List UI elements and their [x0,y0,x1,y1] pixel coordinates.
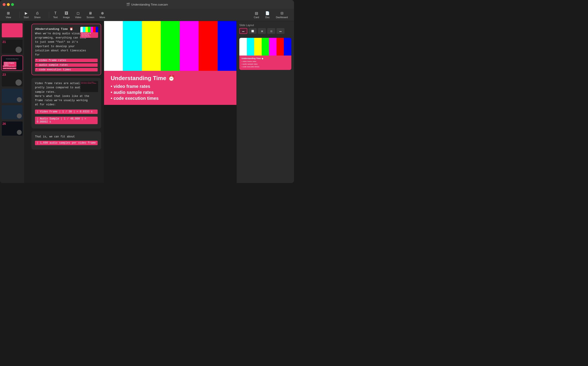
card-label: Card [254,16,259,19]
slide-thumb-inner-21: 21 [2,40,23,54]
view-group: ⊞ View [4,10,13,19]
slide-sidebar: 20 21 #Understanding Time video frame ra… [0,21,24,183]
right-preview-bullets: • video frame rates• audio sample rates•… [241,60,289,68]
color-bars [104,21,236,71]
start-icon: ▶ [25,11,27,15]
close-button[interactable] [3,3,6,6]
right-preview-caption: Understanding Time ⏰ • video frame rates… [239,55,291,70]
screen-button[interactable]: 🖥 Screen [84,10,97,19]
slide-thumb-inner-22: #Understanding Time video frame rates au… [2,56,23,70]
layout-icon-3: ▣ [261,30,263,32]
slide-num-21: 21 [2,40,6,44]
text-icon: T [54,11,56,15]
share-button[interactable]: ⎙ Share [32,10,43,19]
title-icon: 🎬 [126,3,130,6]
script-card-wrapper-1: 1 [27,24,101,75]
slide-thumb-23[interactable]: 23 [1,72,23,87]
dashboard-icon: ⊟ [280,11,283,15]
screen-label: Screen [86,16,94,19]
window-title-area: 🎬 Understanding Time.cuecam [126,3,168,6]
more-button[interactable]: ⊕ More [97,10,107,19]
preview-caption-text-1: Understanding Time ⏰• video frame rates•… [81,33,97,37]
doc-button[interactable]: 📄 Doc [263,10,272,19]
slide-caption-bullets: video frame rates audio sample rates cod… [111,84,230,101]
doc-label: Doc [265,16,270,19]
layout-opt-3[interactable]: ▣ [258,28,266,34]
slide-thumb-inner-24 [2,89,23,103]
layout-icon-5: ▬ [279,30,282,32]
script-card-2[interactable]: Video Frame | 1 / 30 | = 0.0333 sAudio S… [31,78,101,129]
script-table-2: | Video Frame | 1 / 30 | = 0.0333 s | Au… [35,109,98,125]
text-button[interactable]: T Text [51,10,60,19]
dashboard-button[interactable]: ⊟ Dashboard [273,10,290,19]
card-icon: ▤ [255,11,258,15]
script-card-1[interactable]: Understanding Time ⏰• video frame rates•… [31,24,101,75]
layout-opt-4[interactable]: ▤ [267,28,275,34]
preview-content-1: Understanding Time ⏰• video frame rates•… [80,27,98,38]
separator-1 [19,12,20,18]
minimize-button[interactable] [7,3,10,6]
more-icon: ⊕ [101,11,104,15]
preview-caption-1: Understanding Time ⏰• video frame rates•… [80,32,98,38]
preview-bars-1 [80,27,98,32]
slide-layout-section: Slide Layout ▬ ⬜ ▣ ▤ ▬ [239,24,291,34]
slide-thumb-24[interactable] [1,88,23,103]
slide-preview-text-22: #Understanding Time [2,58,23,60]
table-row-3a: | 1,600 audio samples per video frame [35,141,98,145]
slide-preview-mini-1: Understanding Time ⏰• video frame rates•… [80,27,98,38]
slide-num-26: 26 [2,122,6,125]
start-label: Start [24,16,29,19]
slide-thumb-20[interactable]: 20 [1,23,23,38]
script-table-3: | 1,600 audio samples per video frame [35,141,98,145]
image-button[interactable]: 🖼 Image [61,10,72,19]
preview-content-2: Video Frame | 1 / 30 | = 0.0333 sAudio S… [80,81,98,92]
caption-bullet-3: code execution times [111,96,230,101]
video-button[interactable]: ◻ Video [73,10,84,19]
view-icon: ⊞ [7,11,10,15]
script-text-3: That is, we can fit about [35,135,98,139]
layout-opt-2[interactable]: ⬜ [249,28,257,34]
insert-group: T Text 🖼 Image ◻ Video 🖥 Screen ⊕ More [51,10,107,19]
main-area: 20 21 #Understanding Time video frame ra… [0,21,294,183]
start-button[interactable]: ▶ Start [22,10,31,19]
layout-opt-5[interactable]: ▬ [277,28,285,34]
script-panel: 1 [24,21,104,183]
slide-thumb-26[interactable]: 26 [1,121,23,136]
slide-highlights-22: video frame rates audio sample rates cod… [3,65,16,69]
view-button[interactable]: ⊞ View [4,10,13,19]
slide-person-21 [15,47,22,53]
right-preview-title: Understanding Time ⏰ [241,57,289,60]
slide-person-26 [17,130,22,135]
traffic-lights [3,3,14,6]
slide-thumb-22[interactable]: #Understanding Time video frame rates au… [1,55,23,71]
layout-opt-1[interactable]: ▬ [239,28,247,34]
share-icon: ⎙ [36,11,39,15]
image-icon: 🖼 [65,11,68,15]
caption-bullet-1: video frame rates [111,84,230,89]
screen-icon: 🖥 [89,11,92,15]
script-card-wrapper-3: 3 That is, we can fit about | 1,600 audi… [27,131,101,150]
card-button[interactable]: ▤ Card [251,10,262,19]
layout-options: ▬ ⬜ ▣ ▤ ▬ [239,28,291,34]
slide-thumb-inner-23: 23 [2,72,23,86]
slide-preview-mini-2: Video Frame | 1 / 30 | = 0.0333 sAudio S… [80,81,98,92]
badge-3: code execution times [3,68,16,69]
view-label: View [6,16,11,19]
slide-thumb-25[interactable] [1,105,23,120]
slide-thumb-inner-20: 20 [2,23,23,37]
title-bar: 🎬 Understanding Time.cuecam [0,0,294,9]
color-bar-blue [218,21,236,71]
maximize-button[interactable] [11,3,14,6]
layout-icon-1: ▬ [242,30,244,32]
slide-thumb-21[interactable]: 21 [1,39,23,54]
share-label: Share [34,16,40,19]
slide-person-23 [15,79,22,86]
script-card-3[interactable]: That is, we can fit about | 1,600 audio … [31,131,101,150]
slide-preview-2: Video Frame | 1 / 30 | = 0.0333 sAudio S… [80,81,98,92]
color-bar-cyan [123,21,142,71]
start-share-group: ▶ Start ⎙ Share [22,10,43,19]
layout-icon-4: ▤ [270,30,272,32]
slide-person-25 [17,114,22,118]
toolbar: ⊞ View ▶ Start ⎙ Share T Text 🖼 Image [0,9,294,21]
toolbar-right: ▤ Card 📄 Doc ⊟ Dashboard [251,10,290,19]
